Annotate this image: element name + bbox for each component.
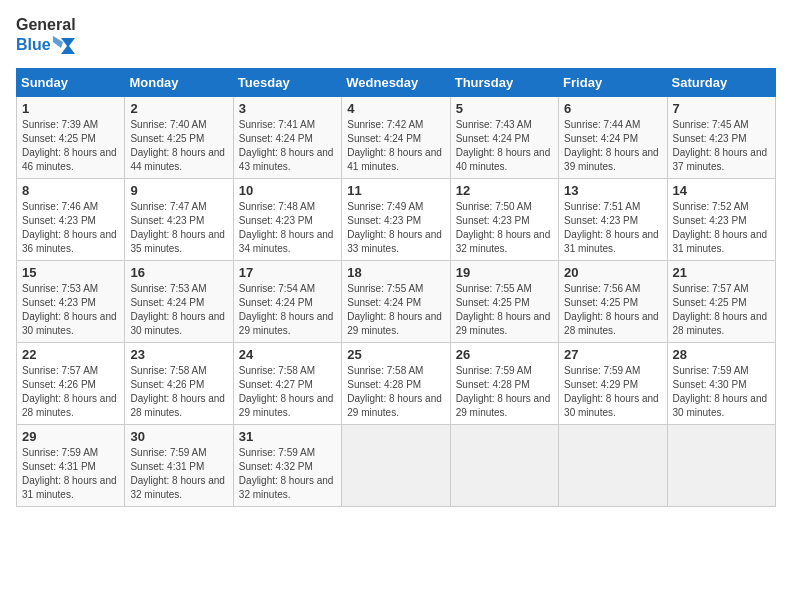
calendar-week-row: 1Sunrise: 7:39 AMSunset: 4:25 PMDaylight…: [17, 96, 776, 178]
calendar-cell: 28Sunrise: 7:59 AMSunset: 4:30 PMDayligh…: [667, 342, 775, 424]
day-number: 12: [456, 183, 553, 198]
day-number: 1: [22, 101, 119, 116]
svg-marker-0: [61, 38, 75, 54]
day-info: Sunrise: 7:53 AMSunset: 4:24 PMDaylight:…: [130, 282, 227, 338]
day-info: Sunrise: 7:54 AMSunset: 4:24 PMDaylight:…: [239, 282, 336, 338]
calendar-cell: 9Sunrise: 7:47 AMSunset: 4:23 PMDaylight…: [125, 178, 233, 260]
day-number: 10: [239, 183, 336, 198]
weekday-header: Wednesday: [342, 68, 450, 96]
logo-general: General: [16, 16, 76, 34]
calendar-cell: 22Sunrise: 7:57 AMSunset: 4:26 PMDayligh…: [17, 342, 125, 424]
calendar-cell: 15Sunrise: 7:53 AMSunset: 4:23 PMDayligh…: [17, 260, 125, 342]
day-info: Sunrise: 7:43 AMSunset: 4:24 PMDaylight:…: [456, 118, 553, 174]
day-info: Sunrise: 7:48 AMSunset: 4:23 PMDaylight:…: [239, 200, 336, 256]
calendar-table: SundayMondayTuesdayWednesdayThursdayFrid…: [16, 68, 776, 507]
calendar-cell: [559, 424, 667, 506]
day-number: 25: [347, 347, 444, 362]
logo: General Blue: [16, 16, 76, 56]
calendar-cell: [342, 424, 450, 506]
day-number: 26: [456, 347, 553, 362]
day-number: 2: [130, 101, 227, 116]
calendar-cell: 4Sunrise: 7:42 AMSunset: 4:24 PMDaylight…: [342, 96, 450, 178]
calendar-cell: 19Sunrise: 7:55 AMSunset: 4:25 PMDayligh…: [450, 260, 558, 342]
calendar-cell: 2Sunrise: 7:40 AMSunset: 4:25 PMDaylight…: [125, 96, 233, 178]
day-info: Sunrise: 7:39 AMSunset: 4:25 PMDaylight:…: [22, 118, 119, 174]
day-number: 29: [22, 429, 119, 444]
day-info: Sunrise: 7:51 AMSunset: 4:23 PMDaylight:…: [564, 200, 661, 256]
day-number: 8: [22, 183, 119, 198]
day-info: Sunrise: 7:59 AMSunset: 4:30 PMDaylight:…: [673, 364, 770, 420]
day-number: 15: [22, 265, 119, 280]
calendar-cell: 7Sunrise: 7:45 AMSunset: 4:23 PMDaylight…: [667, 96, 775, 178]
calendar-cell: 18Sunrise: 7:55 AMSunset: 4:24 PMDayligh…: [342, 260, 450, 342]
day-number: 27: [564, 347, 661, 362]
day-number: 19: [456, 265, 553, 280]
weekday-header: Saturday: [667, 68, 775, 96]
calendar-cell: 31Sunrise: 7:59 AMSunset: 4:32 PMDayligh…: [233, 424, 341, 506]
day-info: Sunrise: 7:42 AMSunset: 4:24 PMDaylight:…: [347, 118, 444, 174]
day-number: 21: [673, 265, 770, 280]
day-info: Sunrise: 7:56 AMSunset: 4:25 PMDaylight:…: [564, 282, 661, 338]
calendar-cell: 21Sunrise: 7:57 AMSunset: 4:25 PMDayligh…: [667, 260, 775, 342]
day-number: 17: [239, 265, 336, 280]
day-info: Sunrise: 7:41 AMSunset: 4:24 PMDaylight:…: [239, 118, 336, 174]
day-info: Sunrise: 7:46 AMSunset: 4:23 PMDaylight:…: [22, 200, 119, 256]
logo-blue: Blue: [16, 36, 51, 54]
day-info: Sunrise: 7:59 AMSunset: 4:29 PMDaylight:…: [564, 364, 661, 420]
weekday-header: Tuesday: [233, 68, 341, 96]
svg-marker-1: [53, 36, 63, 48]
day-info: Sunrise: 7:57 AMSunset: 4:25 PMDaylight:…: [673, 282, 770, 338]
day-info: Sunrise: 7:55 AMSunset: 4:25 PMDaylight:…: [456, 282, 553, 338]
day-number: 4: [347, 101, 444, 116]
calendar-cell: [450, 424, 558, 506]
day-number: 3: [239, 101, 336, 116]
calendar-cell: 6Sunrise: 7:44 AMSunset: 4:24 PMDaylight…: [559, 96, 667, 178]
day-info: Sunrise: 7:57 AMSunset: 4:26 PMDaylight:…: [22, 364, 119, 420]
calendar-cell: 13Sunrise: 7:51 AMSunset: 4:23 PMDayligh…: [559, 178, 667, 260]
logo-bird-icon: [53, 34, 75, 56]
day-info: Sunrise: 7:45 AMSunset: 4:23 PMDaylight:…: [673, 118, 770, 174]
day-number: 5: [456, 101, 553, 116]
calendar-cell: 12Sunrise: 7:50 AMSunset: 4:23 PMDayligh…: [450, 178, 558, 260]
day-info: Sunrise: 7:55 AMSunset: 4:24 PMDaylight:…: [347, 282, 444, 338]
calendar-week-row: 29Sunrise: 7:59 AMSunset: 4:31 PMDayligh…: [17, 424, 776, 506]
day-info: Sunrise: 7:47 AMSunset: 4:23 PMDaylight:…: [130, 200, 227, 256]
day-info: Sunrise: 7:59 AMSunset: 4:28 PMDaylight:…: [456, 364, 553, 420]
day-number: 31: [239, 429, 336, 444]
day-number: 23: [130, 347, 227, 362]
day-number: 6: [564, 101, 661, 116]
calendar-cell: 17Sunrise: 7:54 AMSunset: 4:24 PMDayligh…: [233, 260, 341, 342]
day-info: Sunrise: 7:58 AMSunset: 4:27 PMDaylight:…: [239, 364, 336, 420]
weekday-header: Thursday: [450, 68, 558, 96]
calendar-cell: 20Sunrise: 7:56 AMSunset: 4:25 PMDayligh…: [559, 260, 667, 342]
page-header: General Blue: [16, 16, 776, 56]
day-number: 14: [673, 183, 770, 198]
day-number: 11: [347, 183, 444, 198]
day-info: Sunrise: 7:52 AMSunset: 4:23 PMDaylight:…: [673, 200, 770, 256]
calendar-cell: 11Sunrise: 7:49 AMSunset: 4:23 PMDayligh…: [342, 178, 450, 260]
day-info: Sunrise: 7:40 AMSunset: 4:25 PMDaylight:…: [130, 118, 227, 174]
day-number: 30: [130, 429, 227, 444]
day-number: 9: [130, 183, 227, 198]
calendar-cell: 16Sunrise: 7:53 AMSunset: 4:24 PMDayligh…: [125, 260, 233, 342]
calendar-cell: 5Sunrise: 7:43 AMSunset: 4:24 PMDaylight…: [450, 96, 558, 178]
weekday-header: Sunday: [17, 68, 125, 96]
day-number: 18: [347, 265, 444, 280]
calendar-cell: 27Sunrise: 7:59 AMSunset: 4:29 PMDayligh…: [559, 342, 667, 424]
calendar-cell: 14Sunrise: 7:52 AMSunset: 4:23 PMDayligh…: [667, 178, 775, 260]
weekday-header-row: SundayMondayTuesdayWednesdayThursdayFrid…: [17, 68, 776, 96]
calendar-week-row: 22Sunrise: 7:57 AMSunset: 4:26 PMDayligh…: [17, 342, 776, 424]
calendar-cell: 24Sunrise: 7:58 AMSunset: 4:27 PMDayligh…: [233, 342, 341, 424]
calendar-cell: 8Sunrise: 7:46 AMSunset: 4:23 PMDaylight…: [17, 178, 125, 260]
day-info: Sunrise: 7:58 AMSunset: 4:26 PMDaylight:…: [130, 364, 227, 420]
day-number: 20: [564, 265, 661, 280]
calendar-week-row: 15Sunrise: 7:53 AMSunset: 4:23 PMDayligh…: [17, 260, 776, 342]
calendar-cell: 29Sunrise: 7:59 AMSunset: 4:31 PMDayligh…: [17, 424, 125, 506]
weekday-header: Friday: [559, 68, 667, 96]
day-number: 16: [130, 265, 227, 280]
day-info: Sunrise: 7:49 AMSunset: 4:23 PMDaylight:…: [347, 200, 444, 256]
day-info: Sunrise: 7:59 AMSunset: 4:31 PMDaylight:…: [22, 446, 119, 502]
day-info: Sunrise: 7:59 AMSunset: 4:31 PMDaylight:…: [130, 446, 227, 502]
day-info: Sunrise: 7:50 AMSunset: 4:23 PMDaylight:…: [456, 200, 553, 256]
calendar-week-row: 8Sunrise: 7:46 AMSunset: 4:23 PMDaylight…: [17, 178, 776, 260]
